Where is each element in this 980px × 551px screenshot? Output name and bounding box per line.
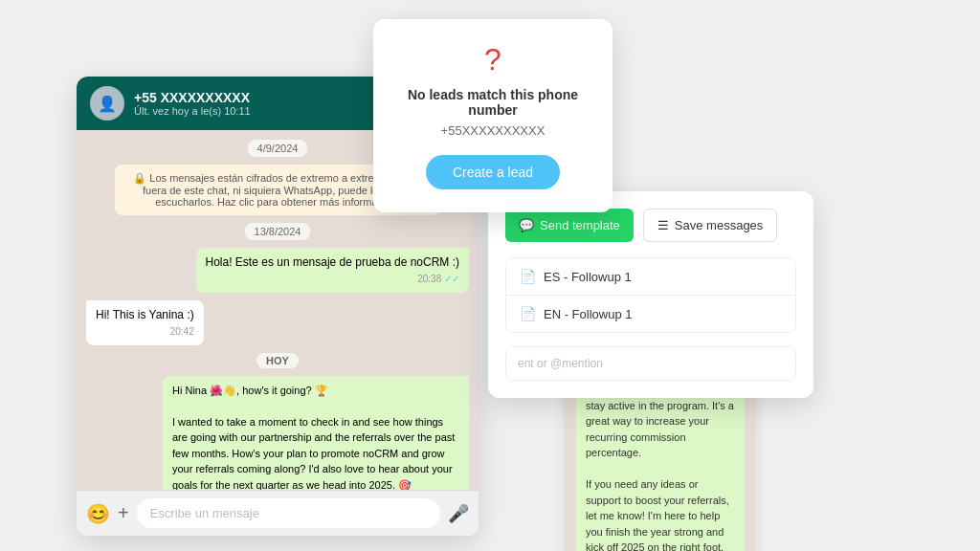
mic-icon[interactable]: 🎤: [448, 503, 469, 524]
template-panel: 💬 Send template ☰ Save messages 📄 ES - F…: [488, 191, 813, 398]
chat-footer: 😊 + Escribe un mensaje 🎤: [77, 490, 479, 536]
message-input[interactable]: Escribe un mensaje: [137, 498, 440, 528]
today-divider: HOY: [256, 353, 299, 368]
no-leads-title: No leads match this phone number: [392, 87, 593, 118]
list-icon: ☰: [657, 218, 669, 232]
comment-placeholder: ent or @mention: [518, 357, 603, 370]
message-bubble-sent-long: Hi Nina 🌺👋, how's it going? 🏆 I wanted t…: [163, 376, 469, 490]
emoji-icon[interactable]: 😊: [86, 502, 110, 525]
message-bubble-sent-1: Hola! Este es un mensaje de prueba de no…: [196, 248, 469, 293]
comment-area[interactable]: ent or @mention: [505, 346, 796, 381]
no-leads-modal: ? No leads match this phone number +55XX…: [373, 19, 612, 212]
question-icon: ?: [392, 42, 593, 77]
avatar: 👤: [90, 86, 124, 121]
message-meta: 20:38 ✓✓: [206, 273, 459, 286]
no-leads-phone: +55XXXXXXXXXX: [392, 123, 593, 138]
template-list: 📄 ES - Followup 1 📄 EN - Followup 1: [505, 257, 796, 333]
send-template-button[interactable]: 💬 Send template: [505, 209, 634, 242]
template-item-es[interactable]: 📄 ES - Followup 1: [506, 258, 795, 296]
file-icon: 📄: [520, 269, 536, 284]
template-buttons: 💬 Send template ☰ Save messages: [505, 209, 796, 242]
template-name-es: ES - Followup 1: [544, 270, 632, 284]
template-name-en: EN - Followup 1: [544, 307, 632, 321]
message-text: Hi! This is Yanina :): [96, 308, 194, 321]
message-text: Hi Nina 🌺👋, how's it going? 🏆 I wanted t…: [172, 383, 459, 490]
file-icon-2: 📄: [520, 306, 536, 321]
save-messages-button[interactable]: ☰ Save messages: [643, 209, 778, 242]
message-bubble-received-1: Hi! This is Yanina :) 20:42: [86, 300, 204, 345]
template-item-en[interactable]: 📄 EN - Followup 1: [506, 296, 795, 332]
date-divider: 4/9/2024: [248, 140, 308, 157]
date-divider-2: 13/8/2024: [245, 223, 311, 240]
message-meta: 20:42: [96, 325, 194, 339]
message-text: Hola! Este es un mensaje de prueba de no…: [206, 255, 459, 269]
create-lead-button[interactable]: Create a lead: [426, 155, 560, 189]
message-icon: 💬: [519, 218, 534, 232]
attach-icon[interactable]: +: [118, 502, 129, 524]
